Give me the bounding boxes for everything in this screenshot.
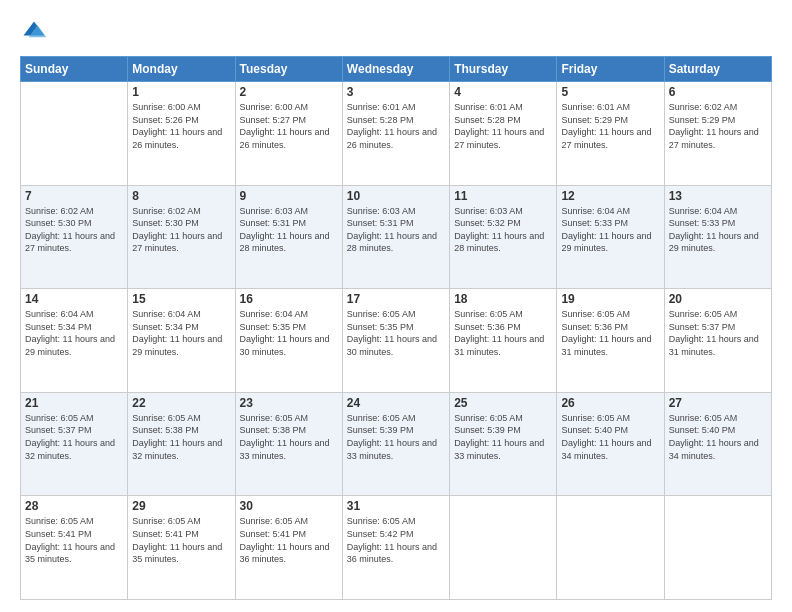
day-number: 8	[132, 189, 230, 203]
calendar-cell: 17Sunrise: 6:05 AMSunset: 5:35 PMDayligh…	[342, 289, 449, 393]
cell-details: Sunrise: 6:05 AMSunset: 5:40 PMDaylight:…	[669, 412, 767, 462]
page: SundayMondayTuesdayWednesdayThursdayFrid…	[0, 0, 792, 612]
day-number: 12	[561, 189, 659, 203]
cell-details: Sunrise: 6:03 AMSunset: 5:31 PMDaylight:…	[347, 205, 445, 255]
day-number: 21	[25, 396, 123, 410]
cell-details: Sunrise: 6:04 AMSunset: 5:35 PMDaylight:…	[240, 308, 338, 358]
calendar-cell: 26Sunrise: 6:05 AMSunset: 5:40 PMDayligh…	[557, 392, 664, 496]
day-number: 16	[240, 292, 338, 306]
calendar-cell: 29Sunrise: 6:05 AMSunset: 5:41 PMDayligh…	[128, 496, 235, 600]
calendar-cell: 27Sunrise: 6:05 AMSunset: 5:40 PMDayligh…	[664, 392, 771, 496]
day-number: 4	[454, 85, 552, 99]
day-number: 11	[454, 189, 552, 203]
calendar-cell: 9Sunrise: 6:03 AMSunset: 5:31 PMDaylight…	[235, 185, 342, 289]
day-number: 31	[347, 499, 445, 513]
calendar-cell: 25Sunrise: 6:05 AMSunset: 5:39 PMDayligh…	[450, 392, 557, 496]
calendar-cell: 1Sunrise: 6:00 AMSunset: 5:26 PMDaylight…	[128, 82, 235, 186]
day-number: 30	[240, 499, 338, 513]
day-number: 17	[347, 292, 445, 306]
calendar-cell: 15Sunrise: 6:04 AMSunset: 5:34 PMDayligh…	[128, 289, 235, 393]
cell-details: Sunrise: 6:00 AMSunset: 5:26 PMDaylight:…	[132, 101, 230, 151]
day-number: 22	[132, 396, 230, 410]
cell-details: Sunrise: 6:04 AMSunset: 5:33 PMDaylight:…	[669, 205, 767, 255]
cell-details: Sunrise: 6:05 AMSunset: 5:41 PMDaylight:…	[132, 515, 230, 565]
calendar-cell	[450, 496, 557, 600]
logo	[20, 18, 52, 46]
cell-details: Sunrise: 6:02 AMSunset: 5:30 PMDaylight:…	[132, 205, 230, 255]
day-number: 26	[561, 396, 659, 410]
calendar-table: SundayMondayTuesdayWednesdayThursdayFrid…	[20, 56, 772, 600]
calendar-cell	[664, 496, 771, 600]
calendar-cell: 11Sunrise: 6:03 AMSunset: 5:32 PMDayligh…	[450, 185, 557, 289]
calendar-cell: 18Sunrise: 6:05 AMSunset: 5:36 PMDayligh…	[450, 289, 557, 393]
cell-details: Sunrise: 6:03 AMSunset: 5:31 PMDaylight:…	[240, 205, 338, 255]
day-number: 25	[454, 396, 552, 410]
day-number: 20	[669, 292, 767, 306]
cell-details: Sunrise: 6:05 AMSunset: 5:36 PMDaylight:…	[454, 308, 552, 358]
calendar-cell: 30Sunrise: 6:05 AMSunset: 5:41 PMDayligh…	[235, 496, 342, 600]
calendar-cell: 5Sunrise: 6:01 AMSunset: 5:29 PMDaylight…	[557, 82, 664, 186]
calendar-cell	[557, 496, 664, 600]
calendar-cell: 3Sunrise: 6:01 AMSunset: 5:28 PMDaylight…	[342, 82, 449, 186]
week-row-2: 7Sunrise: 6:02 AMSunset: 5:30 PMDaylight…	[21, 185, 772, 289]
day-number: 15	[132, 292, 230, 306]
day-number: 2	[240, 85, 338, 99]
day-number: 24	[347, 396, 445, 410]
cell-details: Sunrise: 6:05 AMSunset: 5:41 PMDaylight:…	[25, 515, 123, 565]
logo-icon	[20, 18, 48, 46]
col-header-thursday: Thursday	[450, 57, 557, 82]
day-number: 1	[132, 85, 230, 99]
calendar-cell: 19Sunrise: 6:05 AMSunset: 5:36 PMDayligh…	[557, 289, 664, 393]
cell-details: Sunrise: 6:03 AMSunset: 5:32 PMDaylight:…	[454, 205, 552, 255]
day-number: 6	[669, 85, 767, 99]
cell-details: Sunrise: 6:05 AMSunset: 5:42 PMDaylight:…	[347, 515, 445, 565]
day-number: 9	[240, 189, 338, 203]
cell-details: Sunrise: 6:01 AMSunset: 5:28 PMDaylight:…	[347, 101, 445, 151]
week-row-4: 21Sunrise: 6:05 AMSunset: 5:37 PMDayligh…	[21, 392, 772, 496]
day-number: 14	[25, 292, 123, 306]
cell-details: Sunrise: 6:05 AMSunset: 5:38 PMDaylight:…	[132, 412, 230, 462]
week-row-1: 1Sunrise: 6:00 AMSunset: 5:26 PMDaylight…	[21, 82, 772, 186]
col-header-tuesday: Tuesday	[235, 57, 342, 82]
calendar-cell: 2Sunrise: 6:00 AMSunset: 5:27 PMDaylight…	[235, 82, 342, 186]
day-number: 23	[240, 396, 338, 410]
header	[20, 18, 772, 46]
cell-details: Sunrise: 6:04 AMSunset: 5:34 PMDaylight:…	[25, 308, 123, 358]
cell-details: Sunrise: 6:05 AMSunset: 5:37 PMDaylight:…	[669, 308, 767, 358]
day-number: 3	[347, 85, 445, 99]
day-number: 7	[25, 189, 123, 203]
calendar-cell: 31Sunrise: 6:05 AMSunset: 5:42 PMDayligh…	[342, 496, 449, 600]
calendar-cell: 14Sunrise: 6:04 AMSunset: 5:34 PMDayligh…	[21, 289, 128, 393]
calendar-cell: 13Sunrise: 6:04 AMSunset: 5:33 PMDayligh…	[664, 185, 771, 289]
calendar-cell: 6Sunrise: 6:02 AMSunset: 5:29 PMDaylight…	[664, 82, 771, 186]
day-number: 28	[25, 499, 123, 513]
cell-details: Sunrise: 6:05 AMSunset: 5:39 PMDaylight:…	[454, 412, 552, 462]
day-number: 13	[669, 189, 767, 203]
calendar-cell: 22Sunrise: 6:05 AMSunset: 5:38 PMDayligh…	[128, 392, 235, 496]
cell-details: Sunrise: 6:05 AMSunset: 5:41 PMDaylight:…	[240, 515, 338, 565]
calendar-cell	[21, 82, 128, 186]
cell-details: Sunrise: 6:01 AMSunset: 5:29 PMDaylight:…	[561, 101, 659, 151]
day-number: 10	[347, 189, 445, 203]
day-number: 5	[561, 85, 659, 99]
day-number: 18	[454, 292, 552, 306]
calendar-cell: 16Sunrise: 6:04 AMSunset: 5:35 PMDayligh…	[235, 289, 342, 393]
calendar-cell: 24Sunrise: 6:05 AMSunset: 5:39 PMDayligh…	[342, 392, 449, 496]
day-number: 19	[561, 292, 659, 306]
cell-details: Sunrise: 6:00 AMSunset: 5:27 PMDaylight:…	[240, 101, 338, 151]
col-header-sunday: Sunday	[21, 57, 128, 82]
cell-details: Sunrise: 6:05 AMSunset: 5:36 PMDaylight:…	[561, 308, 659, 358]
col-header-saturday: Saturday	[664, 57, 771, 82]
day-number: 27	[669, 396, 767, 410]
cell-details: Sunrise: 6:05 AMSunset: 5:40 PMDaylight:…	[561, 412, 659, 462]
week-row-3: 14Sunrise: 6:04 AMSunset: 5:34 PMDayligh…	[21, 289, 772, 393]
cell-details: Sunrise: 6:05 AMSunset: 5:38 PMDaylight:…	[240, 412, 338, 462]
calendar-cell: 10Sunrise: 6:03 AMSunset: 5:31 PMDayligh…	[342, 185, 449, 289]
calendar-cell: 12Sunrise: 6:04 AMSunset: 5:33 PMDayligh…	[557, 185, 664, 289]
calendar-header-row: SundayMondayTuesdayWednesdayThursdayFrid…	[21, 57, 772, 82]
cell-details: Sunrise: 6:02 AMSunset: 5:30 PMDaylight:…	[25, 205, 123, 255]
calendar-cell: 21Sunrise: 6:05 AMSunset: 5:37 PMDayligh…	[21, 392, 128, 496]
calendar-cell: 8Sunrise: 6:02 AMSunset: 5:30 PMDaylight…	[128, 185, 235, 289]
cell-details: Sunrise: 6:05 AMSunset: 5:39 PMDaylight:…	[347, 412, 445, 462]
calendar-cell: 28Sunrise: 6:05 AMSunset: 5:41 PMDayligh…	[21, 496, 128, 600]
